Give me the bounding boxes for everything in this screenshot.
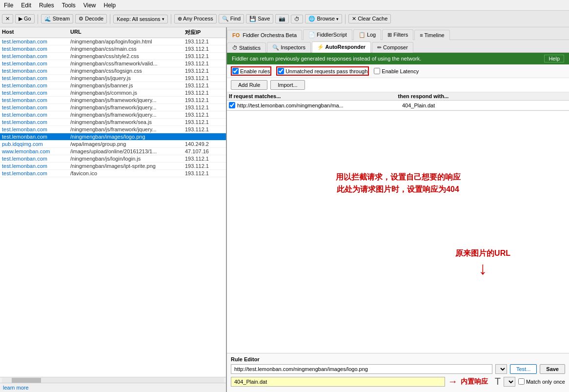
composer-icon: ✏: [377, 44, 383, 50]
tab-statistics[interactable]: ⏱ Statistics: [227, 42, 266, 53]
session-host: test.lemonban.com: [2, 53, 70, 59]
menu-view[interactable]: View: [81, 1, 98, 10]
table-row[interactable]: test.lemonban.com /favicon.ico 193.112.1: [0, 170, 226, 177]
keep-sessions-button[interactable]: Keep: All sessions ▾: [113, 15, 167, 23]
table-row[interactable]: pub.idqqimg.com /wpa/images/group.png 14…: [0, 141, 226, 148]
decode-button[interactable]: ⚙ Decode: [75, 14, 107, 23]
table-row[interactable]: test.lemonban.com /ningmengban/images/ip…: [0, 163, 226, 170]
toolbar-separator-1: [38, 14, 38, 24]
go-button[interactable]: ▶ Go: [15, 14, 35, 23]
response-dropdown[interactable]: ▾: [504, 377, 515, 387]
help-button[interactable]: Help: [544, 55, 564, 62]
any-process-button[interactable]: ⊕ Any Process: [174, 14, 217, 23]
session-ip: 193.112.1: [185, 90, 224, 96]
table-row[interactable]: www.lemonban.com /images/upload/online/2…: [0, 148, 226, 155]
session-url: /ningmengban/css/framework/valid...: [70, 61, 185, 66]
autoresponder-info-bar: Fiddler can return previously generated …: [227, 53, 569, 64]
annotation-text-1: 用以拦截请求，设置自己想要的响应 此处为请求图片时，设置响应为404: [336, 171, 461, 196]
tab-fiddler-orchestra[interactable]: FO Fiddler Orchestra Beta: [227, 30, 302, 40]
session-url: /ningmengban/images/logo.png: [70, 134, 185, 140]
table-row[interactable]: test.lemonban.com /ningmengban/js/framew…: [0, 97, 226, 104]
scroll-thumb[interactable]: [12, 378, 41, 383]
enable-latency-text: Enable Latency: [382, 68, 419, 74]
session-host: test.lemonban.com: [2, 163, 70, 169]
autoresponder-icon: ⚡: [317, 44, 325, 50]
menu-edit[interactable]: Edit: [19, 1, 33, 10]
table-row[interactable]: test.lemonban.com /ningmengban/js/framew…: [0, 104, 226, 111]
enable-latency-label[interactable]: Enable Latency: [374, 68, 419, 74]
table-row[interactable]: test.lemonban.com /ningmengban/css/main.…: [0, 45, 226, 53]
table-row[interactable]: test.lemonban.com /ningmengban/js/login/…: [0, 155, 226, 163]
screenshot-button[interactable]: 📷: [275, 14, 289, 23]
fiddlerscript-icon: 📄: [308, 32, 317, 38]
tab-fiddlerscript[interactable]: 📄 FiddlerScript: [303, 29, 352, 40]
session-ip: 193.112.1: [185, 119, 224, 125]
session-url: /ningmengban/js/framework/jquery...: [70, 104, 185, 110]
session-ip: 193.112.1: [185, 170, 224, 176]
session-ip: 193.112.1: [185, 61, 224, 66]
session-host: test.lemonban.com: [2, 46, 70, 52]
tab-label: Timeline: [425, 32, 445, 38]
enable-rules-label[interactable]: Enable rules: [231, 66, 271, 76]
table-row[interactable]: test.lemonban.com /ningmengban/css/logsi…: [0, 67, 226, 75]
rule-response-input[interactable]: [231, 377, 445, 387]
menu-rules[interactable]: Rules: [37, 1, 56, 10]
session-host: test.lemonban.com: [2, 134, 70, 140]
close-sessions-button[interactable]: ✕: [2, 14, 13, 23]
menu-tools[interactable]: Tools: [60, 1, 78, 10]
header-ip: 对应IP: [185, 29, 224, 36]
clear-cache-button[interactable]: ✕ Clear Cache: [348, 14, 391, 23]
match-once-checkbox[interactable]: [518, 378, 525, 385]
table-row[interactable]: test.lemonban.com /ningmengban/js/framew…: [0, 111, 226, 119]
rule-enabled-checkbox[interactable]: [229, 102, 235, 108]
save-button[interactable]: 💾 Save: [246, 14, 273, 23]
tab-inspectors[interactable]: 🔍 Inspectors: [267, 42, 311, 53]
rule-row[interactable]: http://test.lemonban.com/ningmengban/ma.…: [227, 101, 569, 110]
tab-autoresponder[interactable]: ⚡ AutoResponder: [312, 41, 371, 53]
rule-save-button[interactable]: Save: [540, 364, 565, 374]
unmatched-passthrough-checkbox[interactable]: [278, 68, 284, 74]
rule-respond: 404_Plain.dat: [402, 103, 567, 108]
tab-log[interactable]: 📋 Log: [353, 29, 381, 40]
session-host: test.lemonban.com: [2, 61, 70, 66]
table-row[interactable]: test.lemonban.com /ningmengban/css/frame…: [0, 60, 226, 67]
table-row[interactable]: test.lemonban.com /ningmengban/images/lo…: [0, 133, 226, 141]
table-row[interactable]: test.lemonban.com /ningmengban/js/framew…: [0, 119, 226, 126]
session-url: /favicon.ico: [70, 170, 185, 176]
text-icon: T: [495, 376, 501, 387]
timer-button[interactable]: ⏱: [291, 15, 303, 23]
table-row[interactable]: test.lemonban.com /ningmengban/js/jquery…: [0, 75, 226, 82]
rule-url-dropdown[interactable]: ▾: [495, 364, 507, 374]
menu-file[interactable]: File: [2, 1, 15, 10]
learn-more-link[interactable]: learn more: [3, 385, 29, 391]
session-url: /ningmengban/js/framework/sea.js: [70, 119, 185, 125]
rule-url-input[interactable]: [231, 364, 492, 374]
filters-icon: ⊞: [387, 32, 393, 38]
toolbar-separator-2: [110, 14, 110, 24]
import-button[interactable]: Import...: [270, 80, 305, 90]
match-once-label[interactable]: Match only once: [518, 378, 565, 385]
add-rule-button[interactable]: Add Rule: [231, 80, 267, 90]
session-url: /ningmengban/js/framework/jquery...: [70, 112, 185, 118]
tab-composer[interactable]: ✏ Composer: [372, 42, 413, 53]
unmatched-passthrough-label[interactable]: Unmatched requests pass through: [276, 66, 369, 76]
enable-rules-checkbox[interactable]: [232, 68, 239, 74]
timeline-icon: ≡: [420, 32, 424, 38]
browse-button[interactable]: 🌐 Browse ▾: [305, 14, 342, 23]
enable-latency-checkbox[interactable]: [374, 68, 380, 74]
table-row[interactable]: test.lemonban.com /ningmengban/app/login…: [0, 38, 226, 45]
session-host: test.lemonban.com: [2, 83, 70, 88]
session-url: /ningmengban/images/ipt-sprite.png: [70, 163, 185, 169]
table-row[interactable]: test.lemonban.com /ningmengban/js/common…: [0, 89, 226, 97]
table-row[interactable]: test.lemonban.com /ningmengban/js/framew…: [0, 126, 226, 133]
find-button[interactable]: 🔍 Find: [219, 14, 244, 23]
horizontal-scrollbar[interactable]: [0, 377, 226, 383]
session-ip: 47.107.16: [185, 148, 224, 154]
tab-timeline[interactable]: ≡ Timeline: [414, 30, 449, 40]
menu-help[interactable]: Help: [102, 1, 118, 10]
stream-button[interactable]: 🌊 Stream: [41, 14, 74, 23]
table-row[interactable]: test.lemonban.com /ningmengban/css/style…: [0, 53, 226, 60]
test-button[interactable]: Test...: [510, 364, 537, 374]
table-row[interactable]: test.lemonban.com /ningmengban/js/banner…: [0, 82, 226, 89]
tab-filters[interactable]: ⊞ Filters: [382, 29, 413, 40]
